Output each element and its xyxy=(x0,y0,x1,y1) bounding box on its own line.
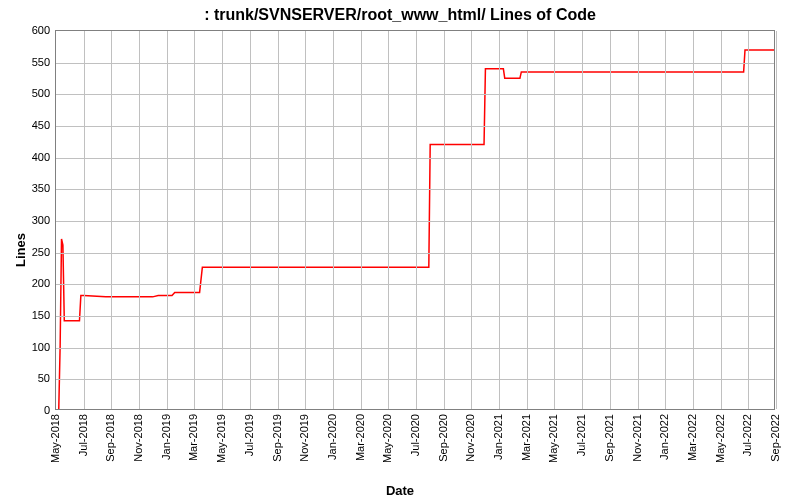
x-tick-label: Nov-2021 xyxy=(631,414,643,462)
gridline-v xyxy=(471,31,472,409)
x-tick-label: Nov-2018 xyxy=(132,414,144,462)
x-tick-label: Jan-2019 xyxy=(160,414,172,460)
x-tick-label: May-2021 xyxy=(547,414,559,463)
gridline-h xyxy=(56,126,774,127)
y-tick-label: 250 xyxy=(8,246,50,258)
x-tick-label: Mar-2019 xyxy=(187,414,199,461)
gridline-h xyxy=(56,253,774,254)
x-tick-label: Mar-2020 xyxy=(354,414,366,461)
x-tick-label: Jul-2022 xyxy=(741,414,753,456)
x-tick-label: Nov-2020 xyxy=(464,414,476,462)
gridline-v xyxy=(333,31,334,409)
gridline-h xyxy=(56,316,774,317)
data-line xyxy=(56,31,774,409)
gridline-v xyxy=(582,31,583,409)
x-tick-label: Jul-2021 xyxy=(575,414,587,456)
gridline-v xyxy=(693,31,694,409)
y-tick-label: 400 xyxy=(8,151,50,163)
gridline-v xyxy=(84,31,85,409)
x-tick-label: Jul-2020 xyxy=(409,414,421,456)
gridline-v xyxy=(305,31,306,409)
gridline-v xyxy=(388,31,389,409)
x-axis-label: Date xyxy=(0,483,800,498)
gridline-v xyxy=(278,31,279,409)
y-tick-label: 50 xyxy=(8,372,50,384)
gridline-v xyxy=(194,31,195,409)
gridline-h xyxy=(56,94,774,95)
x-tick-label: May-2022 xyxy=(714,414,726,463)
gridline-v xyxy=(111,31,112,409)
y-tick-label: 150 xyxy=(8,309,50,321)
gridline-v xyxy=(610,31,611,409)
plot-area xyxy=(55,30,775,410)
x-tick-label: Mar-2021 xyxy=(520,414,532,461)
chart-container: : trunk/SVNSERVER/root_www_html/ Lines o… xyxy=(0,0,800,500)
y-tick-label: 0 xyxy=(8,404,50,416)
gridline-v xyxy=(361,31,362,409)
y-tick-label: 550 xyxy=(8,56,50,68)
gridline-h xyxy=(56,348,774,349)
x-tick-label: Sep-2021 xyxy=(603,414,615,462)
gridline-v xyxy=(250,31,251,409)
x-tick-label: Jul-2018 xyxy=(77,414,89,456)
gridline-h xyxy=(56,63,774,64)
y-tick-label: 300 xyxy=(8,214,50,226)
y-tick-label: 200 xyxy=(8,277,50,289)
gridline-v xyxy=(499,31,500,409)
y-tick-label: 450 xyxy=(8,119,50,131)
x-tick-label: Nov-2019 xyxy=(298,414,310,462)
gridline-v xyxy=(748,31,749,409)
gridline-v xyxy=(665,31,666,409)
gridline-v xyxy=(721,31,722,409)
x-tick-label: Sep-2022 xyxy=(769,414,781,462)
x-tick-label: Jan-2020 xyxy=(326,414,338,460)
x-tick-label: May-2018 xyxy=(49,414,61,463)
x-tick-label: Sep-2018 xyxy=(104,414,116,462)
y-tick-label: 100 xyxy=(8,341,50,353)
x-tick-label: May-2020 xyxy=(381,414,393,463)
gridline-v xyxy=(222,31,223,409)
x-tick-label: Jan-2022 xyxy=(658,414,670,460)
x-tick-label: Jul-2019 xyxy=(243,414,255,456)
gridline-h xyxy=(56,189,774,190)
x-tick-label: Jan-2021 xyxy=(492,414,504,460)
gridline-v xyxy=(416,31,417,409)
y-tick-label: 600 xyxy=(8,24,50,36)
gridline-h xyxy=(56,284,774,285)
y-tick-label: 500 xyxy=(8,87,50,99)
gridline-v xyxy=(444,31,445,409)
chart-title: : trunk/SVNSERVER/root_www_html/ Lines o… xyxy=(0,6,800,24)
x-tick-label: Sep-2020 xyxy=(437,414,449,462)
gridline-v xyxy=(527,31,528,409)
x-tick-label: Sep-2019 xyxy=(271,414,283,462)
x-tick-label: Mar-2022 xyxy=(686,414,698,461)
gridline-v xyxy=(167,31,168,409)
gridline-h xyxy=(56,221,774,222)
gridline-h xyxy=(56,379,774,380)
x-tick-label: May-2019 xyxy=(215,414,227,463)
gridline-v xyxy=(554,31,555,409)
gridline-v xyxy=(638,31,639,409)
gridline-v xyxy=(776,31,777,409)
gridline-h xyxy=(56,158,774,159)
y-tick-label: 350 xyxy=(8,182,50,194)
gridline-v xyxy=(139,31,140,409)
